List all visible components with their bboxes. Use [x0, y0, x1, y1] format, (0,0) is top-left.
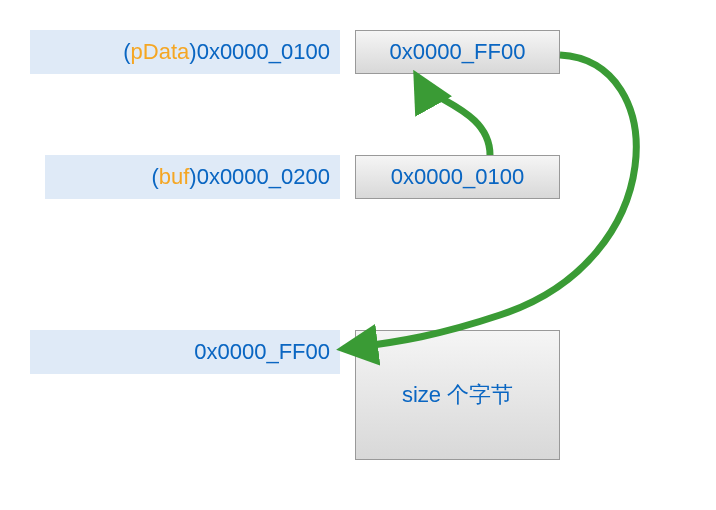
value-buf-text: 0x0000_0100	[391, 164, 524, 190]
addr-pdata: 0x0000_0100	[197, 39, 330, 65]
addr-memory: 0x0000_FF00	[194, 339, 330, 365]
label-memory: 0x0000_FF00	[30, 330, 340, 374]
value-buf: 0x0000_0100	[355, 155, 560, 199]
value-memory: size 个字节	[355, 330, 560, 460]
paren-close: )	[189, 39, 196, 65]
label-buf: (buf) 0x0000_0200	[45, 155, 340, 199]
var-buf: buf	[159, 164, 190, 190]
value-pdata: 0x0000_FF00	[355, 30, 560, 74]
value-memory-text: size 个字节	[402, 380, 513, 410]
paren-close-2: )	[189, 164, 196, 190]
paren-open-2: (	[151, 164, 158, 190]
paren-open: (	[123, 39, 130, 65]
var-pdata: pData	[131, 39, 190, 65]
addr-buf: 0x0000_0200	[197, 164, 330, 190]
arrow-pdata-to-memory	[350, 55, 636, 348]
value-pdata-text: 0x0000_FF00	[390, 39, 526, 65]
label-pdata: (pData) 0x0000_0100	[30, 30, 340, 74]
arrow-buf-to-pdata	[420, 82, 490, 155]
